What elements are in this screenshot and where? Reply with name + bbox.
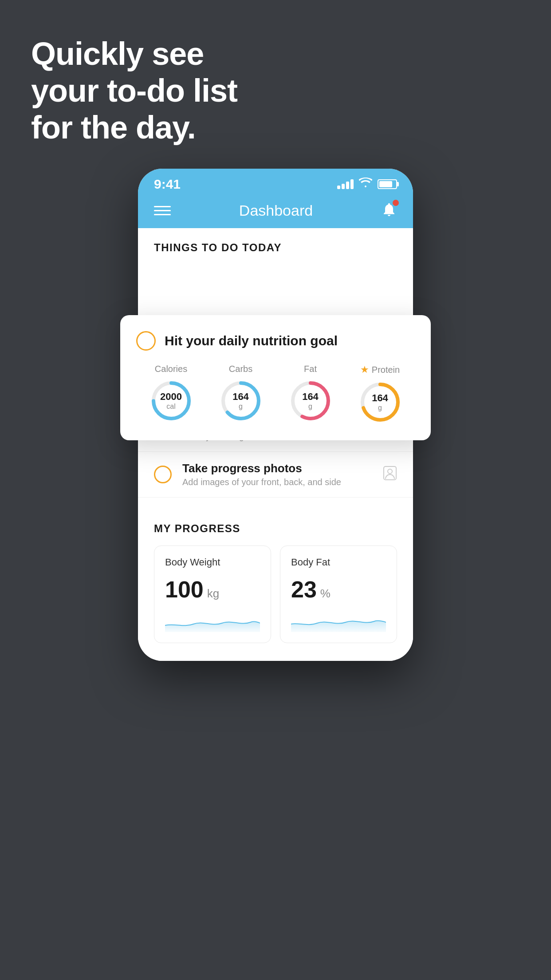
body-fat-chart <box>291 610 386 632</box>
carbs-value: 164 <box>232 391 249 403</box>
progress-cards: Body Weight 100 kg <box>154 545 397 643</box>
person-icon <box>383 466 397 484</box>
protein-ring-text: 164 g <box>372 392 388 412</box>
svg-point-3 <box>388 469 392 474</box>
calories-ring: 2000 cal <box>149 379 193 423</box>
fat-ring-text: 164 g <box>302 391 319 411</box>
card-header: Hit your daily nutrition goal <box>136 331 415 351</box>
notification-dot <box>393 200 399 206</box>
hamburger-menu-icon[interactable] <box>154 206 171 215</box>
nutrition-item-fat: Fat 164 g <box>288 364 333 423</box>
star-icon: ★ <box>360 364 369 375</box>
protein-label: Protein <box>372 365 400 375</box>
body-weight-unit: kg <box>207 587 219 601</box>
nutrition-item-calories: Calories 2000 cal <box>149 364 193 423</box>
signal-bars-icon <box>337 179 354 189</box>
app-content: THINGS TO DO TODAY Running Track your st… <box>138 228 413 661</box>
body-weight-label: Body Weight <box>165 557 260 568</box>
body-fat-unit: % <box>320 587 331 601</box>
fat-value: 164 <box>302 391 319 403</box>
bar1 <box>337 186 340 189</box>
bar2 <box>342 184 345 189</box>
nav-title: Dashboard <box>239 202 313 219</box>
hero-text: Quickly see your to-do list for the day. <box>31 36 237 146</box>
nutrition-card: Hit your daily nutrition goal Calories 2… <box>120 315 431 440</box>
body-weight-number: 100 <box>165 576 204 603</box>
fat-ring: 164 g <box>288 379 333 423</box>
carbs-ring: 164 g <box>219 379 263 423</box>
todo-title-photos: Take progress photos <box>182 462 372 475</box>
battery-fill <box>379 181 392 187</box>
wifi-icon <box>359 178 372 191</box>
fat-unit: g <box>302 403 319 411</box>
hero-line2: your to-do list <box>31 72 237 109</box>
body-fat-card[interactable]: Body Fat 23 % <box>280 545 397 643</box>
things-to-do-title: THINGS TO DO TODAY <box>138 241 413 263</box>
protein-label-row: ★ Protein <box>360 364 400 375</box>
todo-text-photos: Take progress photos Add images of your … <box>182 462 372 487</box>
todo-item-photos[interactable]: Take progress photos Add images of your … <box>138 452 413 498</box>
protein-ring: 164 g <box>358 380 402 424</box>
todo-circle-nutrition <box>136 331 156 351</box>
status-bar: 9:41 <box>138 169 413 195</box>
body-weight-chart <box>165 610 260 632</box>
status-icons <box>337 178 397 191</box>
carbs-label: Carbs <box>229 364 252 374</box>
todo-circle-photos <box>154 466 172 483</box>
fat-label: Fat <box>304 364 317 374</box>
phone-bottom <box>138 643 413 661</box>
hero-line3: for the day. <box>31 109 237 146</box>
body-fat-value: 23 % <box>291 576 386 603</box>
protein-unit: g <box>372 404 388 412</box>
body-fat-number: 23 <box>291 576 317 603</box>
progress-title: MY PROGRESS <box>154 522 397 535</box>
notification-bell-icon[interactable] <box>381 202 397 219</box>
body-fat-label: Body Fat <box>291 557 386 568</box>
body-weight-card[interactable]: Body Weight 100 kg <box>154 545 271 643</box>
nav-bar: Dashboard <box>138 195 413 228</box>
body-weight-value: 100 kg <box>165 576 260 603</box>
carbs-ring-text: 164 g <box>232 391 249 411</box>
protein-value: 164 <box>372 392 388 404</box>
progress-section: MY PROGRESS Body Weight 100 kg <box>138 506 413 643</box>
todo-sub-photos: Add images of your front, back, and side <box>182 477 372 487</box>
bar3 <box>346 182 349 189</box>
hero-line1: Quickly see <box>31 36 237 72</box>
status-time: 9:41 <box>154 177 181 192</box>
nutrition-item-protein: ★ Protein 164 g <box>358 364 402 424</box>
calories-ring-text: 2000 cal <box>160 391 182 411</box>
nutrition-grid: Calories 2000 cal Carbs <box>136 364 415 424</box>
battery-icon <box>378 179 397 189</box>
calories-label: Calories <box>155 364 187 374</box>
calories-value: 2000 <box>160 391 182 403</box>
bar4 <box>350 179 354 189</box>
calories-unit: cal <box>160 403 182 411</box>
carbs-unit: g <box>232 403 249 411</box>
card-title: Hit your daily nutrition goal <box>165 333 338 348</box>
nutrition-item-carbs: Carbs 164 g <box>219 364 263 423</box>
